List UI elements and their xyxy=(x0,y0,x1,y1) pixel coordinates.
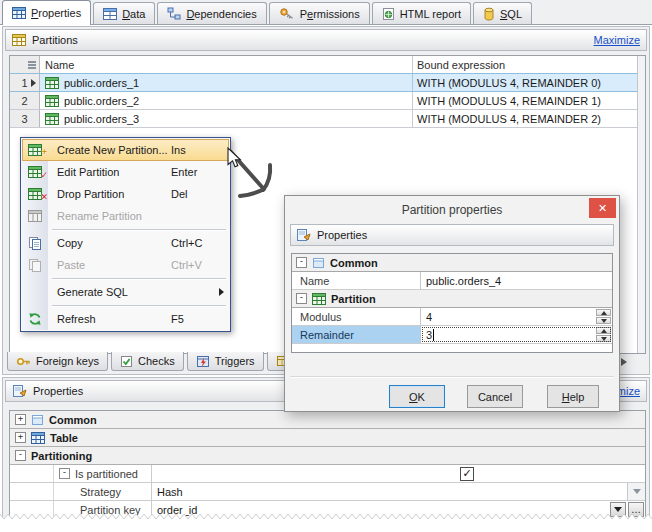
submenu-arrow-icon xyxy=(219,288,224,296)
value-buttons: … xyxy=(610,502,645,517)
property-group-common[interactable]: +Common xyxy=(10,411,645,429)
partitions-grid-scrollbar[interactable] xyxy=(637,56,645,353)
partitions-grid-header: NameBound expression xyxy=(10,56,638,74)
table-row[interactable]: 1public.orders_1WITH (MODULUS 4, REMAIND… xyxy=(10,73,638,92)
column-header-bound-expression[interactable]: Bound expression xyxy=(412,56,638,73)
tab-label: Checks xyxy=(138,355,175,367)
tab-triggers[interactable]: Triggers xyxy=(187,352,264,371)
spinner-up-icon[interactable] xyxy=(596,309,611,316)
property-value: order_id… xyxy=(152,501,645,518)
menu-item-rename-partition[interactable]: Rename Partition xyxy=(22,205,229,227)
dropdown-chevron-icon[interactable] xyxy=(627,483,645,500)
tab-properties[interactable]: Properties xyxy=(2,0,91,25)
dialog-group-common[interactable]: -Common xyxy=(292,254,612,272)
tab-foreign-keys[interactable]: Foreign keys xyxy=(7,352,108,371)
dialog-separator xyxy=(290,376,614,377)
tab-label: Data xyxy=(122,8,145,20)
value-text: public.orders_4 xyxy=(426,275,501,287)
tab-label: Dependencies xyxy=(186,8,256,20)
group-label: Partitioning xyxy=(31,450,92,462)
table-row[interactable]: 3public.orders_3WITH (MODULUS 4, REMAIND… xyxy=(10,110,638,128)
partition-name-cell[interactable]: public.orders_3 xyxy=(40,110,412,127)
tab-permissions[interactable]: Permissions xyxy=(269,2,370,24)
ok-button[interactable]: OK xyxy=(389,385,445,408)
dialog-group-partition[interactable]: -Partition xyxy=(292,290,612,308)
indent-cell xyxy=(10,465,54,482)
property-row-is-partitioned[interactable]: -Is partitioned✓ xyxy=(10,465,645,483)
expand-toggle-icon[interactable]: + xyxy=(15,414,26,425)
property-label: Name xyxy=(292,272,421,289)
partition-name-cell[interactable]: public.orders_2 xyxy=(40,92,412,109)
menu-item-shortcut: F5 xyxy=(171,313,215,325)
property-row-partition-key[interactable]: Partition keyorder_id… xyxy=(10,501,645,519)
property-group-partitioning[interactable]: -Partitioning xyxy=(10,447,645,465)
name-value-field[interactable]: public.orders_4 xyxy=(421,272,612,289)
maximize-link[interactable]: Maximize xyxy=(594,34,640,46)
ellipsis-button[interactable]: … xyxy=(628,502,644,517)
property-row-strategy[interactable]: StrategyHash xyxy=(10,483,645,501)
tab-data[interactable]: Data xyxy=(93,2,155,24)
help-button[interactable]: Help xyxy=(547,385,599,408)
tab-html-report[interactable]: HTML report xyxy=(372,2,471,24)
properties-panel-title: Properties xyxy=(33,385,83,397)
bound-expression-cell[interactable]: WITH (MODULUS 4, REMAINDER 0) xyxy=(412,74,638,91)
menu-item-paste[interactable]: PasteCtrl+V xyxy=(22,254,229,276)
table-row[interactable]: 2public.orders_2WITH (MODULUS 4, REMAIND… xyxy=(10,92,638,110)
expand-toggle-icon[interactable]: - xyxy=(296,257,307,268)
dialog-row-remainder[interactable]: Remainder3 xyxy=(292,326,612,344)
icon-badge: + xyxy=(42,148,47,157)
menu-item-label: Drop Partition xyxy=(48,188,124,200)
menu-item-generate-sql[interactable]: Generate SQL xyxy=(22,281,229,303)
value-text: 4 xyxy=(426,311,432,323)
bound-expression-cell[interactable]: WITH (MODULUS 4, REMAINDER 1) xyxy=(412,92,638,109)
spinner-up-icon[interactable] xyxy=(596,327,611,334)
html-report-tab-icon xyxy=(382,7,395,21)
property-label: Partition key xyxy=(54,501,152,518)
tab-sql[interactable]: SQL xyxy=(473,2,532,24)
modulus-value-field[interactable]: 4 xyxy=(421,308,612,325)
menu-item-drop-partition[interactable]: ✕Drop PartitionDel xyxy=(22,183,229,205)
partition-name-cell[interactable]: public.orders_1 xyxy=(40,74,412,91)
tab-checks[interactable]: Checks xyxy=(111,352,184,371)
column-header-name[interactable]: Name xyxy=(40,56,412,73)
remainder-value-field[interactable]: 3 xyxy=(421,326,612,343)
bound-expression-cell[interactable]: WITH (MODULUS 4, REMAINDER 2) xyxy=(412,110,638,127)
menu-item-create-new-partition[interactable]: +Create New Partition...Ins xyxy=(22,139,229,161)
expand-toggle-icon[interactable]: - xyxy=(296,293,307,304)
menu-item-copy[interactable]: CopyCtrl+C xyxy=(22,232,229,254)
spinner-down-icon[interactable] xyxy=(596,317,611,324)
tab-label: Properties xyxy=(31,7,81,19)
object-editor-tabbar: PropertiesDataDependenciesPermissionsHTM… xyxy=(0,0,652,25)
column-options-icon[interactable] xyxy=(28,61,36,69)
menu-item-shortcut: Del xyxy=(171,188,215,200)
property-value-text: order_id xyxy=(157,504,197,516)
dialog-row-modulus[interactable]: Modulus4 xyxy=(292,308,612,326)
dropdown-button[interactable] xyxy=(610,502,626,517)
spinner-down-icon[interactable] xyxy=(596,335,611,342)
property-group-table[interactable]: +Table xyxy=(10,429,645,447)
current-row-marker xyxy=(31,79,36,87)
rename-partition-icon xyxy=(22,210,48,222)
menu-item-shortcut: Enter xyxy=(171,166,215,178)
app-window: { "icons": { "close_glyph": "✕", "ellips… xyxy=(0,0,652,532)
cancel-button[interactable]: Cancel xyxy=(467,385,523,408)
menu-item-edit-partition[interactable]: ✓Edit PartitionEnter xyxy=(22,161,229,183)
dependencies-tab-icon xyxy=(167,7,181,20)
edit-partition-icon: ✓ xyxy=(22,166,48,178)
sql-tab-icon xyxy=(483,7,495,21)
menu-item-shortcut: Ctrl+V xyxy=(171,259,215,271)
dialog-row-name[interactable]: Namepublic.orders_4 xyxy=(292,272,612,290)
partition-group-icon xyxy=(312,293,326,305)
button-label: Help xyxy=(562,391,585,403)
common-group-icon xyxy=(312,257,325,269)
tab-dependencies[interactable]: Dependencies xyxy=(157,2,266,24)
expand-toggle-icon[interactable]: + xyxy=(15,432,26,443)
expand-toggle-icon[interactable]: - xyxy=(15,450,26,461)
expand-toggle-icon[interactable]: - xyxy=(59,468,70,479)
icon-badge: ✓ xyxy=(40,171,48,180)
menu-item-refresh[interactable]: RefreshF5 xyxy=(22,308,229,330)
close-icon[interactable]: ✕ xyxy=(589,198,616,218)
properties-tab-icon xyxy=(12,7,26,19)
is-partitioned-checkbox[interactable]: ✓ xyxy=(460,467,474,481)
grid-corner-cell[interactable] xyxy=(10,56,40,73)
